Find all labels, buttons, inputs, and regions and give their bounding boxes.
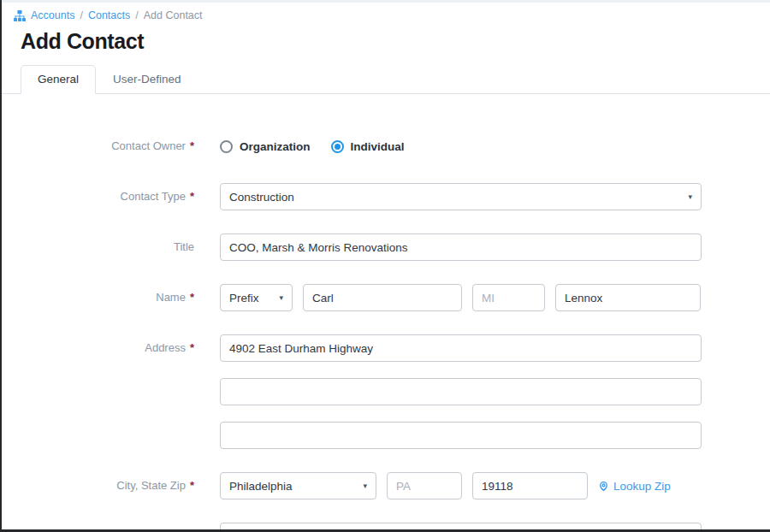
- breadcrumb-current: Add Contact: [144, 9, 203, 21]
- required-marker: *: [190, 291, 194, 304]
- label-text: Contact Type: [121, 190, 186, 203]
- form-row-address-1: Address*: [2, 334, 770, 362]
- zip-input[interactable]: [472, 472, 588, 499]
- contact-type-label: Contact Type*: [2, 183, 194, 210]
- required-marker: *: [190, 139, 194, 152]
- form-row-address-3: [2, 422, 770, 449]
- form-row-contact-owner: Contact Owner* Organization Individual: [2, 133, 770, 160]
- tab-bar: General User-Defined: [2, 65, 770, 94]
- name-label: Name*: [2, 284, 194, 311]
- address-line1-input[interactable]: [220, 334, 702, 362]
- breadcrumb-separator: /: [135, 9, 138, 21]
- contact-owner-radio-group: Organization Individual: [220, 133, 405, 160]
- add-contact-form: Contact Owner* Organization Individual C…: [2, 94, 770, 532]
- radio-individual[interactable]: Individual: [331, 140, 405, 153]
- lookup-zip-link[interactable]: Lookup Zip: [598, 480, 671, 493]
- title-label: Title: [2, 233, 194, 261]
- required-marker: *: [190, 341, 194, 354]
- last-name-input[interactable]: [555, 284, 701, 311]
- contact-type-select[interactable]: Construction ▾: [220, 183, 702, 210]
- address-line3-input[interactable]: [220, 422, 702, 449]
- form-row-email: Email: [2, 523, 770, 532]
- city-state-zip-label: City, State Zip*: [2, 472, 194, 499]
- state-input[interactable]: [387, 472, 462, 499]
- form-row-contact-type: Contact Type* Construction ▾: [2, 183, 770, 210]
- middle-initial-input[interactable]: [472, 284, 545, 311]
- form-row-name: Name* Prefix ▾: [2, 284, 770, 311]
- email-label: Email: [2, 523, 194, 532]
- label-text: Contact Owner: [111, 139, 186, 152]
- name-prefix-select[interactable]: Prefix ▾: [220, 284, 293, 311]
- title-input[interactable]: [220, 233, 702, 261]
- radio-individual-label: Individual: [351, 140, 405, 153]
- radio-selected-icon[interactable]: [331, 140, 344, 153]
- city-value: Philadelphia: [229, 480, 293, 493]
- address-line2-input[interactable]: [220, 378, 702, 405]
- form-row-address-2: [2, 378, 770, 405]
- city-select[interactable]: Philadelphia ▾: [220, 472, 376, 499]
- label-text: Title: [174, 240, 194, 253]
- contact-owner-label: Contact Owner*: [2, 133, 194, 160]
- tab-general[interactable]: General: [21, 65, 96, 94]
- label-text: Address: [145, 341, 186, 354]
- chevron-down-icon: ▾: [363, 482, 367, 490]
- chevron-down-icon: ▾: [688, 193, 692, 201]
- sitemap-icon: [14, 10, 26, 21]
- tab-user-defined[interactable]: User-Defined: [96, 65, 198, 93]
- radio-circle-icon[interactable]: [220, 140, 233, 153]
- radio-organization[interactable]: Organization: [220, 140, 311, 153]
- required-marker: *: [190, 479, 194, 492]
- address-label: Address*: [2, 334, 194, 362]
- map-pin-icon: [598, 480, 609, 493]
- first-name-input[interactable]: [303, 284, 462, 311]
- name-prefix-value: Prefix: [229, 292, 259, 304]
- breadcrumb-accounts[interactable]: Accounts: [31, 9, 74, 21]
- label-text: City, State Zip: [116, 479, 186, 492]
- breadcrumb-separator: /: [80, 9, 82, 21]
- chevron-down-icon: ▾: [279, 294, 283, 302]
- required-marker: *: [190, 190, 194, 203]
- form-row-title: Title: [2, 233, 770, 261]
- page-title: Add Contact: [21, 29, 770, 54]
- app-window: Accounts / Contacts / Add Contact Add Co…: [0, 0, 770, 532]
- lookup-zip-label: Lookup Zip: [613, 480, 671, 493]
- email-input[interactable]: [220, 523, 702, 532]
- breadcrumb: Accounts / Contacts / Add Contact: [2, 3, 770, 21]
- form-row-city-state-zip: City, State Zip* Philadelphia ▾ Lookup Z…: [2, 472, 770, 499]
- label-text: Name: [156, 291, 186, 304]
- radio-organization-label: Organization: [240, 140, 311, 153]
- breadcrumb-contacts[interactable]: Contacts: [88, 9, 130, 21]
- contact-type-value: Construction: [229, 191, 294, 204]
